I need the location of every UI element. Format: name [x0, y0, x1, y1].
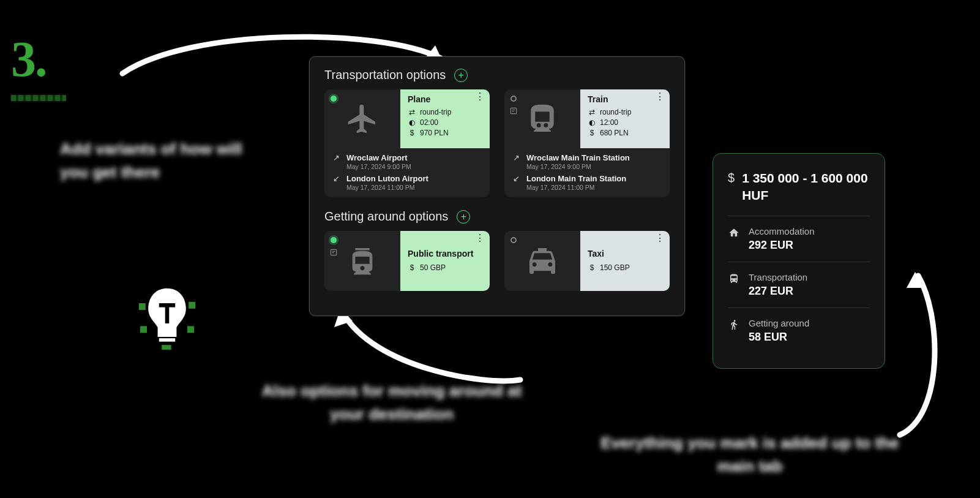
- card-type-label: Plane: [408, 94, 482, 104]
- price: 680 PLN: [600, 129, 629, 137]
- origin-name: Wroclaw Main Train Station: [526, 153, 630, 162]
- status-indicator: [331, 96, 337, 102]
- svg-rect-6: [159, 303, 175, 307]
- house-icon: [728, 226, 740, 252]
- transport-card-info: ⋮ Plane ⇄round-trip ◐02:00 $970 PLN: [400, 89, 490, 148]
- budget-line-getting-around: Getting around 58 EUR: [728, 308, 870, 353]
- clock-icon: ◐: [588, 118, 596, 127]
- budget-line-label: Getting around: [749, 318, 809, 328]
- getting-around-section-header: Getting around options: [324, 209, 670, 224]
- card-menu-button[interactable]: ⋮: [475, 236, 485, 241]
- destination-date: May 17, 2024 11:00 PM: [346, 184, 428, 191]
- transportation-title: Transportation options: [324, 68, 446, 82]
- options-panel: Transportation options ⋮ Plane ⇄round-tr…: [309, 56, 685, 316]
- svg-rect-3: [187, 326, 194, 333]
- svg-rect-7: [159, 338, 175, 342]
- destination-name: London Main Train Station: [526, 174, 626, 183]
- card-type-label: Taxi: [588, 249, 662, 258]
- roundtrip-icon: ⇄: [408, 108, 416, 116]
- price: 150 GBP: [600, 263, 630, 272]
- getting-around-title: Getting around options: [324, 209, 448, 224]
- route-details: ↗ Wroclaw Airport May 17, 2024 9:00 PM ↙…: [324, 148, 490, 197]
- svg-rect-4: [162, 345, 171, 350]
- origin-date: May 17, 2024 9:00 PM: [346, 163, 411, 170]
- status-indicator: [511, 96, 517, 102]
- card-type-label: Train: [588, 94, 662, 104]
- caption-everything-added: Everything you mark is added up to the m…: [594, 432, 906, 478]
- dollar-icon: $: [588, 129, 596, 137]
- card-menu-button[interactable]: ⋮: [655, 94, 665, 99]
- card-menu-button[interactable]: ⋮: [475, 94, 485, 99]
- arrive-arrow-icon: ↙: [333, 174, 342, 183]
- transport-card-plane[interactable]: ⋮ Plane ⇄round-trip ◐02:00 $970 PLN ↗ Wr…: [324, 89, 490, 197]
- train-icon: [525, 102, 559, 136]
- origin-date: May 17, 2024 9:00 PM: [526, 163, 630, 170]
- svg-rect-2: [140, 326, 147, 333]
- plane-icon: [345, 102, 380, 136]
- destination-name: London Luton Airport: [346, 174, 428, 183]
- budget-total-amount: 1 350 000 - 1 600 000 HUF: [742, 170, 870, 205]
- svg-rect-0: [139, 303, 146, 310]
- step-number: 3.: [11, 31, 47, 88]
- route-details: ↗ Wroclaw Main Train Station May 17, 202…: [504, 148, 670, 197]
- getting-around-card-taxi[interactable]: ⋮ Taxi $150 GBP: [504, 231, 670, 291]
- walk-icon: [728, 318, 740, 344]
- note-icon: [509, 107, 518, 115]
- trip-type: round-trip: [600, 108, 631, 116]
- dollar-icon: $: [728, 171, 735, 205]
- price: 970 PLN: [420, 129, 449, 137]
- trip-type: round-trip: [420, 108, 451, 116]
- budget-summary-card: $ 1 350 000 - 1 600 000 HUF Accommodatio…: [713, 153, 885, 369]
- budget-line-label: Transportation: [749, 272, 807, 282]
- card-menu-button[interactable]: ⋮: [655, 236, 665, 241]
- roundtrip-icon: ⇄: [588, 108, 596, 116]
- note-icon: [329, 248, 338, 257]
- dollar-icon: $: [408, 129, 416, 137]
- budget-total: $ 1 350 000 - 1 600 000 HUF: [728, 170, 870, 216]
- getting-around-card-info: ⋮ Taxi $150 GBP: [580, 231, 670, 291]
- budget-line-value: 227 EUR: [749, 285, 807, 298]
- transport-card-train[interactable]: ⋮ Train ⇄round-trip ◐12:00 $680 PLN ↗ Wr…: [504, 89, 670, 197]
- caption-moving-around: Also options for moving around at your d…: [245, 380, 539, 426]
- price: 50 GBP: [420, 263, 446, 272]
- lightbulb-decoration: [133, 283, 201, 350]
- step-number-underline: [11, 95, 66, 101]
- dollar-icon: $: [408, 263, 416, 272]
- arrive-arrow-icon: ↙: [513, 174, 522, 183]
- arrow-to-budget: [881, 263, 949, 441]
- budget-line-accommodation: Accommodation 292 EUR: [728, 216, 870, 262]
- origin-name: Wroclaw Airport: [346, 153, 411, 162]
- add-transportation-button[interactable]: [454, 69, 468, 82]
- transport-card-info: ⋮ Train ⇄round-trip ◐12:00 $680 PLN: [580, 89, 670, 148]
- duration: 12:00: [600, 118, 618, 127]
- svg-rect-1: [189, 302, 195, 309]
- depart-arrow-icon: ↗: [513, 153, 522, 162]
- caption-add-variants: Add variants of how will you get there: [60, 138, 274, 184]
- getting-around-card-public[interactable]: ⋮ Public transport $50 GBP: [324, 231, 490, 291]
- bus-icon: [728, 272, 740, 298]
- dollar-icon: $: [588, 263, 596, 272]
- duration: 02:00: [420, 118, 438, 127]
- budget-line-transportation: Transportation 227 EUR: [728, 262, 870, 308]
- card-type-label: Public transport: [408, 249, 482, 258]
- getting-around-card-info: ⋮ Public transport $50 GBP: [400, 231, 490, 291]
- budget-line-value: 292 EUR: [749, 239, 815, 252]
- destination-date: May 17, 2024 11:00 PM: [526, 184, 626, 191]
- status-indicator: [511, 237, 517, 243]
- taxi-icon: [525, 244, 559, 278]
- tram-icon: [345, 244, 380, 278]
- budget-line-label: Accommodation: [749, 226, 815, 236]
- budget-line-value: 58 EUR: [749, 331, 809, 344]
- transportation-section-header: Transportation options: [324, 68, 670, 82]
- clock-icon: ◐: [408, 118, 416, 127]
- depart-arrow-icon: ↗: [333, 153, 342, 162]
- add-getting-around-button[interactable]: [457, 210, 470, 224]
- status-indicator: [331, 237, 337, 243]
